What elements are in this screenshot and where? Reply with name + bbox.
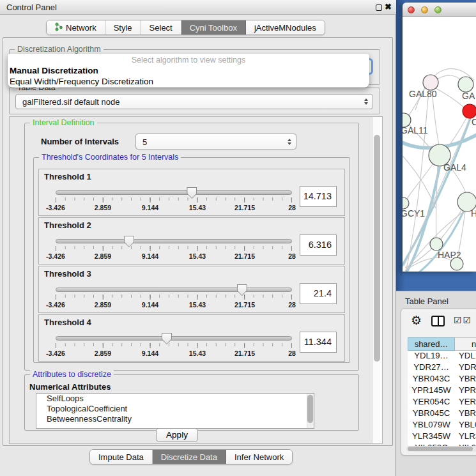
tick-label: 28 xyxy=(288,301,296,309)
slider-track[interactable] xyxy=(56,336,292,341)
gear-icon[interactable]: ⚙ xyxy=(411,313,422,327)
slider-track[interactable] xyxy=(56,288,292,292)
select-columns-icons[interactable]: ☑☑ xyxy=(454,315,472,325)
tab-select[interactable]: Select xyxy=(141,20,181,35)
table-data-combo-value: galFiltered.sif default node xyxy=(22,97,119,107)
tick-label: 21.715 xyxy=(234,204,255,211)
vertical-scrollbar-track[interactable] xyxy=(372,117,382,443)
cell-shared-name[interactable]: YDR27… xyxy=(408,362,455,374)
split-columns-icon[interactable] xyxy=(431,316,445,326)
network-node-ga[interactable] xyxy=(458,77,473,92)
bottom-tab-infer-network[interactable]: Infer Network xyxy=(226,450,292,464)
column-header-name[interactable]: n xyxy=(455,337,476,351)
node-label-gcy1: GCY1 xyxy=(403,208,425,219)
cell-shared-name[interactable]: YPR145W xyxy=(408,385,455,397)
node-label-gal80: GAL80 xyxy=(409,89,437,99)
cell-name[interactable]: YER0 xyxy=(455,397,476,408)
tab-label: Impute Data xyxy=(98,452,144,462)
algorithm-dropdown-popup: Select algorithm to view settings Manual… xyxy=(8,54,369,88)
tab-style[interactable]: Style xyxy=(105,20,141,35)
number-of-intervals-spinner[interactable]: 5 xyxy=(135,134,296,150)
cell-name[interactable]: YLR3 xyxy=(455,431,476,443)
cell-shared-name[interactable]: YLR345W xyxy=(408,431,455,443)
cell-name[interactable]: YPR1 xyxy=(455,385,476,397)
slider-track[interactable] xyxy=(56,190,292,195)
threshold-value-field[interactable]: 14.713 xyxy=(300,186,337,207)
tick-label: 28 xyxy=(288,349,296,357)
tab-jactivemnodules[interactable]: jActiveMNodules xyxy=(246,20,325,35)
list-scrollbar-track[interactable] xyxy=(307,394,314,428)
attribute-item-betweennesscentrality[interactable]: BetweennessCentrality xyxy=(36,414,314,424)
slider-ticks xyxy=(56,197,292,203)
number-of-intervals-value: 5 xyxy=(142,137,147,146)
tick-label: 21.715 xyxy=(234,349,255,357)
cell-shared-name[interactable]: YBL079W xyxy=(408,420,455,431)
threshold-slider: -3.4262.8599.14415.4321.71528 xyxy=(56,239,292,265)
node-label-h: H xyxy=(471,208,476,219)
close-traffic-light-icon[interactable] xyxy=(408,6,415,13)
tick-label: -3.426 xyxy=(46,301,65,309)
cell-name[interactable]: YDR2 xyxy=(455,362,476,374)
close-icon[interactable]: ✖ xyxy=(385,2,392,12)
table-row[interactable]: YBR045CYBR0 xyxy=(408,408,476,420)
tick-label: 15.43 xyxy=(189,349,206,357)
tick-label: 2.859 xyxy=(95,204,111,211)
threshold-slider: -3.4262.8599.14415.4321.71528 xyxy=(56,288,292,313)
zoom-traffic-light-icon[interactable] xyxy=(434,6,441,13)
cell-shared-name[interactable]: YDL19… xyxy=(408,351,455,362)
table-row[interactable]: YBR043CYBR0 xyxy=(408,374,476,385)
slider-ticks xyxy=(56,246,292,251)
table-row[interactable]: YPR145WYPR1 xyxy=(408,385,476,397)
cell-shared-name[interactable]: YBR043C xyxy=(408,374,455,385)
cell-name[interactable]: YBR0 xyxy=(455,408,476,420)
network-node-gcy1[interactable] xyxy=(403,197,409,209)
option-manual-discretization[interactable]: Manual Discretization xyxy=(10,66,98,75)
table-row[interactable]: YER054CYER0 xyxy=(408,397,476,408)
network-window-titlebar xyxy=(403,3,476,17)
horizontal-scrollbar-thumb[interactable] xyxy=(408,447,473,451)
cell-shared-name[interactable]: YER054C xyxy=(408,397,455,408)
cell-shared-name[interactable]: YBR045C xyxy=(408,408,455,420)
tab-network[interactable]: Network xyxy=(47,20,105,35)
threshold-value-field[interactable]: 11.344 xyxy=(300,332,337,353)
network-node-hap2[interactable] xyxy=(430,238,443,250)
threshold-slider: -3.4262.8599.14415.4321.71528 xyxy=(56,336,292,362)
network-node-c[interactable] xyxy=(463,104,476,118)
slider-track[interactable] xyxy=(56,239,292,243)
column-header-shared-name[interactable]: shared… xyxy=(408,337,455,351)
cell-name[interactable]: YBL0 xyxy=(455,420,476,431)
table-row[interactable]: YDL19…YDL1 xyxy=(408,351,476,362)
option-equal-width-frequency[interactable]: Equal Width/Frequency Discretization xyxy=(10,77,153,86)
bottom-tab-discretize-data[interactable]: Discretize Data xyxy=(153,450,226,464)
number-of-intervals-label: Number of Intervals xyxy=(41,137,119,146)
threshold-value-field[interactable]: 6.316 xyxy=(300,234,337,256)
tab-label: Infer Network xyxy=(234,452,284,462)
float-window-icon[interactable] xyxy=(376,4,382,11)
bottom-tab-impute-data[interactable]: Impute Data xyxy=(90,450,153,464)
threshold-row: Threshold 4 -3.4262.8599.14415.4321.7152… xyxy=(38,314,345,362)
apply-button[interactable]: Apply xyxy=(156,428,198,442)
network-node-gal80[interactable] xyxy=(423,75,438,90)
list-scrollbar-thumb[interactable] xyxy=(307,395,313,423)
tick-label: 9.144 xyxy=(142,301,158,309)
horizontal-scrollbar-track[interactable] xyxy=(406,446,476,452)
node-table-panel: ⚙ ☑☑ shared… n YDL19…YDL1YDR27…YDR2YBR04… xyxy=(401,308,476,456)
table-row[interactable]: YDR27…YDR2 xyxy=(408,362,476,374)
slider-scale: -3.4262.8599.14415.4321.71528 xyxy=(56,252,292,261)
tick-label: 2.859 xyxy=(95,301,111,309)
tick-label: -3.426 xyxy=(46,252,65,260)
network-node[interactable] xyxy=(450,257,463,270)
cell-name[interactable]: YDL1 xyxy=(455,351,476,362)
threshold-value-field[interactable]: 21.4 xyxy=(300,283,337,304)
table-row[interactable]: YBL079WYBL0 xyxy=(408,420,476,431)
table-row[interactable]: YLR345WYLR3 xyxy=(408,431,476,443)
table-data-combo[interactable]: galFiltered.sif default node xyxy=(15,94,373,109)
vertical-scrollbar-thumb[interactable] xyxy=(374,135,380,362)
minimize-traffic-light-icon[interactable] xyxy=(421,6,428,13)
network-canvas[interactable]: GAL80GACGAL11GAL4GCY1HHAP2 xyxy=(403,17,476,272)
attribute-item-selfloops[interactable]: SelfLoops xyxy=(36,394,314,404)
threshold-title: Threshold 4 xyxy=(44,318,91,327)
attribute-item-topologicalcoefficient[interactable]: TopologicalCoefficient xyxy=(36,404,314,414)
tab-cyni-toolbox[interactable]: Cyni Toolbox xyxy=(181,20,246,35)
cell-name[interactable]: YBR0 xyxy=(455,374,476,385)
